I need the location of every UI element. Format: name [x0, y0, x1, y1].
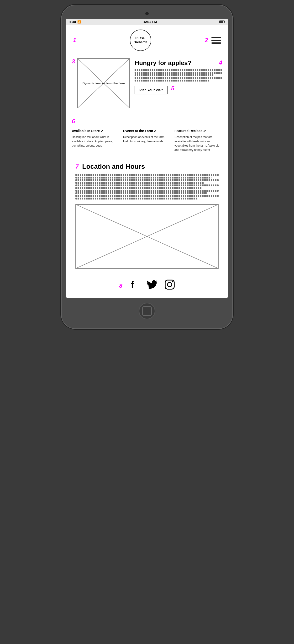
location-title: Location and Hours [82, 163, 145, 170]
hamburger-line-3 [211, 42, 221, 44]
card-arrow-events: > [154, 129, 156, 133]
hamburger-line-2 [211, 40, 221, 41]
card-arrow-available: > [101, 129, 103, 133]
hero-text: Hungry for apples? 4 Plan Your Visit 5 [135, 58, 222, 108]
device-camera [145, 12, 149, 15]
device-frame: iPad 📶 12:13 PM 1 Russel Orchards [61, 5, 233, 329]
card-available-in-store: Available In Store > Description talk ab… [72, 127, 120, 153]
loc-scribble-6 [75, 187, 201, 189]
annotation-1: 1 [73, 37, 76, 44]
status-right [219, 20, 224, 23]
hero-description [135, 69, 222, 82]
home-button[interactable] [139, 303, 155, 320]
hero-title-row: Hungry for apples? 4 [135, 59, 222, 67]
card-title-events[interactable]: Events at the Farm > [123, 129, 171, 133]
loc-scribble-5 [75, 184, 219, 186]
scribble-4 [135, 77, 222, 79]
svg-point-7 [172, 281, 173, 282]
hamburger-menu[interactable] [211, 37, 221, 44]
card-title-available[interactable]: Available In Store > [72, 129, 120, 133]
annotation-5: 5 [171, 85, 174, 92]
loc-scribble-4 [75, 182, 204, 184]
location-header: 7 Location and Hours [75, 163, 219, 170]
annotation-2: 2 [205, 37, 208, 44]
btn-row: Plan Your Visit 5 [135, 82, 222, 94]
hero-title: Hungry for apples? [135, 59, 191, 67]
annotation-4: 4 [219, 59, 222, 66]
status-time: 12:13 PM [143, 20, 157, 24]
hero-image: Dynamic images form the farm [77, 58, 130, 108]
map-placeholder [75, 204, 219, 268]
loc-scribble-10 [75, 198, 197, 200]
card-desc-recipes: Description of recipes that are availabl… [174, 135, 222, 152]
loc-scribble-3 [75, 179, 219, 181]
scribble-3 [135, 74, 213, 76]
cards-section: 6 Available In Store > Description talk … [66, 113, 228, 158]
device-label: iPad [70, 20, 76, 24]
plan-visit-button[interactable]: Plan Your Visit [135, 86, 167, 94]
cards-grid: Available In Store > Description talk ab… [72, 127, 222, 153]
twitter-icon[interactable] [147, 279, 157, 292]
hero-image-label: Dynamic images form the farm [80, 82, 127, 85]
annotation-6: 6 [72, 118, 222, 125]
card-title-recipes[interactable]: Featured Recipes > [174, 129, 222, 133]
device-screen: iPad 📶 12:13 PM 1 Russel Orchards [66, 19, 228, 298]
location-section: 7 Location and Hours [66, 158, 228, 274]
hamburger-line-1 [211, 37, 221, 38]
scribble-2 [135, 72, 222, 74]
annotation-8: 8 [119, 282, 122, 289]
instagram-icon[interactable] [164, 279, 175, 292]
status-bar: iPad 📶 12:13 PM [66, 19, 228, 25]
card-arrow-recipes: > [204, 129, 206, 133]
facebook-icon[interactable]: f [130, 280, 140, 292]
card-events-at-farm: Events at the Farm > Description of even… [123, 127, 171, 153]
card-desc-available: Description talk about what is available… [72, 135, 120, 148]
map-x-svg [76, 205, 218, 268]
loc-scribble-9 [75, 195, 219, 197]
logo-text: Russel Orchards [134, 36, 147, 44]
wifi-icon: 📶 [77, 20, 81, 24]
annotation-7: 7 [75, 163, 79, 170]
loc-scribble-8 [75, 192, 207, 194]
home-button-inner [142, 306, 152, 316]
scribble-1 [135, 69, 222, 71]
status-left: iPad 📶 [70, 20, 81, 24]
device-bottom [66, 298, 228, 322]
logo-circle: Russel Orchards [130, 30, 151, 51]
scribble-5 [135, 80, 209, 82]
loc-scribble-2 [75, 176, 211, 178]
svg-text:f: f [131, 280, 134, 290]
loc-scribble-1 [75, 174, 219, 176]
annotation-3: 3 [72, 58, 75, 65]
location-text [75, 174, 219, 200]
svg-point-6 [168, 282, 172, 287]
card-desc-events: Description of events at the farm. Field… [123, 135, 171, 144]
loc-scribble-7 [75, 190, 219, 192]
screen-content: 1 Russel Orchards 2 [66, 25, 228, 298]
hero-section: 3 Dynamic images form the farm Hungry fo… [66, 56, 228, 113]
footer: 8 f [66, 274, 228, 298]
header: 1 Russel Orchards 2 [66, 25, 228, 56]
battery-icon [219, 20, 224, 23]
footer-row: 8 f [71, 279, 223, 292]
card-featured-recipes: Featured Recipes > Description of recipe… [174, 127, 222, 153]
